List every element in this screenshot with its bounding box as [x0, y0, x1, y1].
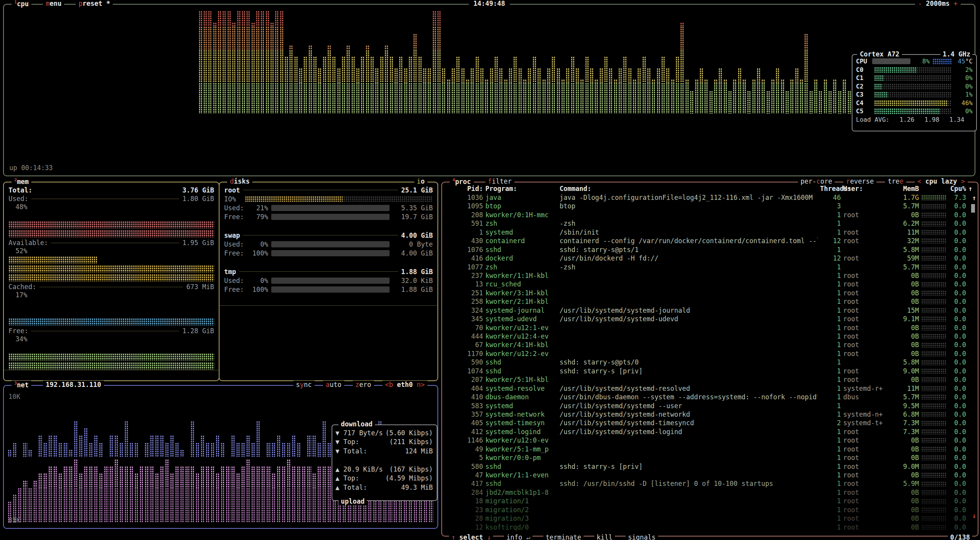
tab-mem[interactable]: 2mem: [12, 177, 31, 186]
process-row[interactable]: 1095 btop btop 3 5.7M 0.0: [442, 202, 978, 210]
process-row[interactable]: 1146 kworker/u12:0-ev 1 root 0B 0.0: [442, 436, 978, 445]
interface-selector[interactable]: <b eth0 n>: [383, 381, 427, 388]
net-stat-row: ▲ 20.9 KiB/s(167 Kibps): [335, 465, 433, 474]
process-row[interactable]: 1170 kworker/u12:2-ev 1 root 0B 0.0: [442, 349, 978, 358]
process-row[interactable]: 1077 zsh -zsh 1 5.7M 0.0: [442, 263, 978, 271]
reverse-toggle[interactable]: reverse: [843, 177, 876, 185]
disk-used-bar: [271, 205, 390, 211]
process-row[interactable]: 1074 sshd sshd: starry-s [priv] 1 root 9…: [442, 367, 978, 375]
process-row[interactable]: 284 jbd2/mmcblk1p1-8 1 root 0B 0.0: [442, 488, 978, 497]
process-cpu-meter: [921, 230, 946, 235]
process-row[interactable]: 357 systemd-network /usr/lib/systemd/sys…: [442, 410, 978, 419]
interval-decrease-button[interactable]: -: [918, 0, 922, 7]
process-row[interactable]: 23 migration/2 1 root 0B 0.0: [442, 506, 978, 514]
process-row[interactable]: 345 systemd-udevd /usr/lib/systemd/syste…: [442, 315, 978, 323]
tree-toggle[interactable]: tree: [885, 177, 906, 185]
tab-proc[interactable]: 4proc: [450, 177, 474, 186]
mem-divider: [4, 370, 219, 370]
net-stat-row: ▲ Total:49.3 MiB: [335, 483, 433, 492]
signals-control[interactable]: signals: [626, 533, 658, 540]
process-row[interactable]: 412 systemd-logind /usr/lib/systemd/syst…: [442, 428, 978, 436]
process-row[interactable]: 70 kworker/u12:1-ev 1 root 0B 0.0: [442, 324, 978, 332]
tab-net[interactable]: 3net: [12, 381, 31, 389]
filter-button[interactable]: filter: [485, 177, 514, 186]
process-row[interactable]: 207 kworker/5:1H-kbl 1 root 0B 0.0: [442, 375, 978, 384]
core-usage-meter: [874, 83, 951, 89]
core-row: C2 0%: [856, 82, 973, 91]
disk-free-bar: [271, 214, 390, 220]
info-control[interactable]: info ↵: [504, 533, 532, 540]
process-panel: 4proc filter per-core reverse tree < cpu…: [441, 182, 978, 537]
process-row[interactable]: 13 rcu_sched 1 root 0B 0.0: [442, 280, 978, 288]
tab-cpu[interactable]: 1cpu: [12, 0, 31, 8]
process-cpu-meter: [921, 256, 946, 261]
menu-button[interactable]: menu: [43, 0, 64, 8]
download-scale-label: 10K: [9, 393, 20, 400]
sync-toggle[interactable]: sync: [293, 381, 315, 388]
interval-increase-button[interactable]: +: [954, 0, 958, 7]
io-toggle-button[interactable]: io: [414, 177, 428, 185]
process-row[interactable]: 444 kworker/u12:4-ev 1 root 0B 0.0: [442, 332, 978, 341]
terminate-control[interactable]: terminate: [543, 533, 584, 540]
process-row[interactable]: 405 systemd-timesyn /usr/lib/systemd/sys…: [442, 419, 978, 427]
uptime-label: up 00:14:33: [9, 164, 53, 172]
scroll-down-icon[interactable]: ↓: [972, 512, 976, 520]
process-cpu-meter: [921, 386, 946, 391]
select-control[interactable]: ↑ select ↓: [449, 533, 493, 540]
process-row[interactable]: 208 kworker/0:1H-mmc 1 root 0B 0.0: [442, 211, 978, 219]
preset-button[interactable]: preset *: [76, 0, 113, 8]
scroll-up-icon[interactable]: ↑: [972, 194, 976, 202]
sort-selector[interactable]: < cpu lazy >: [915, 177, 968, 185]
load-average-row: Load AVG: 1.26 1.98 1.34: [856, 116, 973, 124]
process-row[interactable]: 591 zsh -zsh 1 6.2M 0.0: [442, 219, 978, 228]
process-row[interactable]: 28 migration/3 1 root 0B 0.0: [442, 514, 978, 523]
process-row[interactable]: 583 systemd /usr/lib/systemd/systemd --u…: [442, 402, 978, 410]
direction-arrow-icon: ▲: [335, 484, 339, 491]
auto-toggle[interactable]: auto: [323, 381, 344, 388]
proc-column-headers: Pid: Program: Command: Threads: User: Me…: [442, 184, 978, 193]
process-row[interactable]: 1 systemd /sbin/init 1 root 11M 0.0: [442, 228, 978, 237]
process-row[interactable]: 47 kworker/1:1-even 1 root 0B 0.0: [442, 471, 978, 479]
process-row[interactable]: 1076 sshd sshd: starry-s@pts/1 1 5.8M 0.…: [442, 245, 978, 254]
process-cpu-meter: [921, 455, 946, 460]
process-row[interactable]: 416 dockerd /usr/bin/dockerd -H fd:// 12…: [442, 254, 978, 262]
process-row[interactable]: 237 kworker/1:1H-kbl 1 root 0B 0.0: [442, 271, 978, 280]
process-cpu-meter: [921, 195, 946, 200]
process-row[interactable]: 67 kworker/4:1H-kbl 1 root 0B 0.0: [442, 341, 978, 349]
tab-disks[interactable]: disks: [227, 177, 252, 185]
process-row[interactable]: 410 dbus-daemon /usr/bin/dbus-daemon --s…: [442, 393, 978, 401]
io-mode-tab: io: [414, 177, 428, 185]
process-row[interactable]: 18 migration/1 1 root 0B 0.0: [442, 497, 978, 505]
process-row[interactable]: 5 kworker/0:0-pm 1 root 0B 0.0: [442, 453, 978, 462]
process-cpu-meter: [921, 308, 946, 313]
core-row: C4 46%: [856, 99, 973, 107]
process-row[interactable]: 417 sshd sshd: /usr/bin/sshd -D [listene…: [442, 479, 978, 488]
process-cpu-meter: [921, 325, 946, 330]
disk-free-bar: [271, 250, 390, 256]
process-row[interactable]: 1036 java java -Dlog4j.configurationFile…: [442, 193, 978, 202]
mem-section: Used:1.80 GiB 48%: [9, 194, 214, 238]
process-row[interactable]: 404 systemd-resolve /usr/lib/systemd/sys…: [442, 384, 978, 393]
process-cpu-meter: [921, 394, 946, 400]
process-cpu-meter: [921, 273, 946, 278]
process-row[interactable]: 12 ksoftirqd/0 1 root 0B 0.0: [442, 523, 978, 531]
process-cpu-meter: [921, 490, 946, 495]
col-program: Program:: [485, 185, 557, 192]
per-core-toggle[interactable]: per-core: [798, 177, 835, 185]
col-cpu: Cpu%: [948, 185, 966, 192]
process-row[interactable]: 258 kworker/2:1H-kbl 1 root 0B 0.0: [442, 297, 978, 306]
disk-used-bar: [271, 278, 390, 284]
process-row[interactable]: 590 sshd sshd: starry-s@pts/0 1 5.8M 0.0: [442, 358, 978, 366]
zero-toggle[interactable]: zero: [353, 381, 374, 388]
proc-options: per-core reverse tree < cpu lazy >: [798, 177, 968, 185]
sort-direction-icon[interactable]: ↑: [968, 185, 974, 192]
scrollbar-thumb[interactable]: [971, 204, 975, 213]
process-row[interactable]: 580 sshd sshd: starry-s [priv] 1 root 9.…: [442, 462, 978, 471]
direction-arrow-icon: ▼: [335, 438, 339, 446]
process-row[interactable]: 49 kworker/5:1-mm_p 1 root 0B 0.0: [442, 445, 978, 453]
kill-control[interactable]: kill: [594, 533, 615, 540]
process-row[interactable]: 251 kworker/3:1H-kbl 1 root 0B 0.0: [442, 289, 978, 297]
process-row[interactable]: 430 containerd containerd --config /var/…: [442, 237, 978, 245]
col-command: Command:: [560, 185, 818, 192]
process-row[interactable]: 324 systemd-journal /usr/lib/systemd/sys…: [442, 306, 978, 315]
